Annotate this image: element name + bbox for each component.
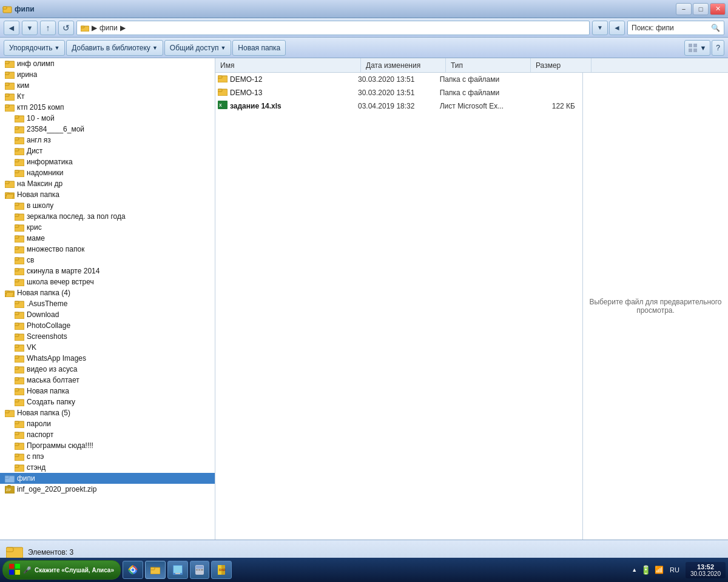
tree-item[interactable]: крис: [0, 222, 215, 233]
tree-item[interactable]: Download: [0, 309, 215, 320]
search-box[interactable]: Поиск: фипи 🔍: [627, 21, 724, 35]
tree-item[interactable]: Создать папку: [0, 396, 215, 407]
view-button[interactable]: ▼: [684, 40, 710, 56]
tree-item[interactable]: зеркалка послед. за пол года: [0, 211, 215, 222]
tree-item[interactable]: ZIP inf_oge_2020_proekt.zip: [0, 484, 215, 495]
desktop-taskbar-item[interactable]: [167, 561, 188, 579]
search-placeholder: Поиск: фипи: [632, 24, 674, 32]
tree-item-label: Создать папку: [27, 398, 75, 406]
tree-item[interactable]: в школу: [0, 200, 215, 211]
tree-item[interactable]: Дист: [0, 146, 215, 156]
tree-item[interactable]: 10 - мой: [0, 113, 215, 124]
tree-item[interactable]: школа вечер встреч: [0, 276, 215, 287]
forward-button[interactable]: ▼: [22, 21, 38, 35]
svg-rect-5: [693, 44, 697, 47]
tree-item[interactable]: надомники: [0, 167, 215, 178]
minimize-button[interactable]: −: [676, 3, 692, 15]
new-folder-button[interactable]: Новая папка: [232, 40, 286, 56]
tree-item[interactable]: паспорт: [0, 429, 215, 440]
tree-item[interactable]: св: [0, 255, 215, 266]
address-path[interactable]: ▶ фипи ▶: [76, 21, 590, 35]
folder-icon: [15, 441, 24, 450]
dropdown-arrow[interactable]: ▼: [592, 21, 608, 35]
tree-item-label: маська болтает: [27, 376, 79, 384]
col-header-type[interactable]: Тип: [446, 58, 531, 72]
tree-item[interactable]: видео из асуса: [0, 364, 215, 375]
start-button[interactable]: 🎤 Скажите «Слушай, Алиса»: [2, 560, 121, 580]
tree-item[interactable]: ким: [0, 80, 215, 91]
tree-item[interactable]: VK: [0, 342, 215, 353]
tree-item[interactable]: Новая папка: [0, 386, 215, 396]
folder-icon: [15, 278, 24, 286]
winrar-taskbar-item[interactable]: RAR: [211, 561, 232, 579]
tree-item-label: 23584____6_мой: [27, 125, 84, 133]
svg-rect-90: [218, 76, 222, 78]
tree-item[interactable]: пароли: [0, 418, 215, 429]
tree-item[interactable]: инф олимп: [0, 58, 215, 69]
tree-item[interactable]: Кт: [0, 91, 215, 102]
explorer-taskbar-item[interactable]: [145, 561, 166, 579]
tree-item[interactable]: PhotoCollage: [0, 320, 215, 331]
help-button[interactable]: ?: [712, 40, 724, 56]
share-button[interactable]: Общий доступ ▼: [164, 40, 232, 56]
folder-icon: [15, 452, 24, 461]
folder-icon: [15, 387, 24, 395]
close-button[interactable]: ✕: [710, 3, 726, 15]
folder-icon: [5, 409, 15, 417]
tree-item[interactable]: с ппэ: [0, 451, 215, 462]
tree-item[interactable]: скинула в марте 2014: [0, 266, 215, 276]
col-header-size[interactable]: Размер: [531, 58, 592, 72]
folder-icon: [15, 169, 24, 177]
add-to-library-button[interactable]: Добавить в библиотеку ▼: [66, 40, 163, 56]
svg-rect-6: [689, 48, 692, 52]
tree-item[interactable]: Новая папка: [0, 189, 215, 200]
tree-item[interactable]: множество папок: [0, 244, 215, 255]
folder-icon: [5, 190, 15, 199]
tree-item[interactable]: WhatsApp Images: [0, 353, 215, 364]
svg-rect-13: [5, 83, 9, 85]
prev-location-button[interactable]: ◄: [609, 21, 625, 35]
tree-item[interactable]: Новая папка (4): [0, 287, 215, 298]
tree-item[interactable]: на Максин др: [0, 178, 215, 189]
start-label: 🎤: [23, 566, 32, 574]
svg-text:RAR: RAR: [219, 568, 226, 572]
tree-item[interactable]: Программы сюда!!!!: [0, 440, 215, 451]
tree-item[interactable]: информатика: [0, 156, 215, 167]
calc-taskbar-item[interactable]: [190, 561, 209, 579]
tree-item[interactable]: маме: [0, 233, 215, 244]
tree-item[interactable]: Screenshots: [0, 331, 215, 342]
svg-rect-112: [198, 569, 200, 570]
tree-item[interactable]: Новая папка (5): [0, 407, 215, 418]
tree-item[interactable]: маська болтает: [0, 375, 215, 386]
folder-icon: [15, 398, 24, 406]
file-item[interactable]: X задание 14.xls03.04.2019 18:32Лист Mic…: [215, 99, 582, 113]
tree-item-label: PhotoCollage: [27, 321, 70, 330]
tree-item-label: инф олимп: [17, 59, 54, 68]
tree-item[interactable]: 23584____6_мой: [0, 124, 215, 135]
tree-item[interactable]: ктп 2015 комп: [0, 102, 215, 113]
tree-item[interactable]: .AsusTheme: [0, 298, 215, 309]
calc-icon: [195, 565, 204, 575]
maximize-button[interactable]: □: [693, 3, 709, 15]
svg-rect-39: [15, 225, 19, 227]
tree-item[interactable]: ирина: [0, 69, 215, 80]
tree-item-label: маме: [27, 234, 45, 242]
notify-arrow[interactable]: ▲: [632, 567, 637, 573]
svg-rect-59: [15, 334, 19, 336]
organize-button[interactable]: Упорядочить ▼: [4, 40, 65, 56]
clock[interactable]: 13:52 30.03.2020: [686, 562, 726, 578]
tree-item[interactable]: стэнд: [0, 462, 215, 473]
up-button[interactable]: ↑: [40, 21, 56, 35]
tree-item[interactable]: фипи: [0, 473, 215, 484]
svg-rect-97: [9, 564, 14, 569]
refresh-button[interactable]: ↺: [58, 21, 74, 35]
col-header-date[interactable]: Дата изменения: [361, 58, 446, 72]
tree-item[interactable]: англ яз: [0, 135, 215, 146]
file-item[interactable]: DEMO-1330.03.2020 13:51Папка с файлами: [215, 86, 582, 99]
back-button[interactable]: ◄: [4, 21, 19, 35]
col-header-name[interactable]: Имя: [215, 58, 361, 72]
chrome-taskbar-item[interactable]: [123, 561, 143, 579]
file-item[interactable]: DEMO-1230.03.2020 13:51Папка с файлами: [215, 73, 582, 86]
tree-item-label: пароли: [27, 420, 51, 428]
folder-icon: [5, 81, 15, 90]
